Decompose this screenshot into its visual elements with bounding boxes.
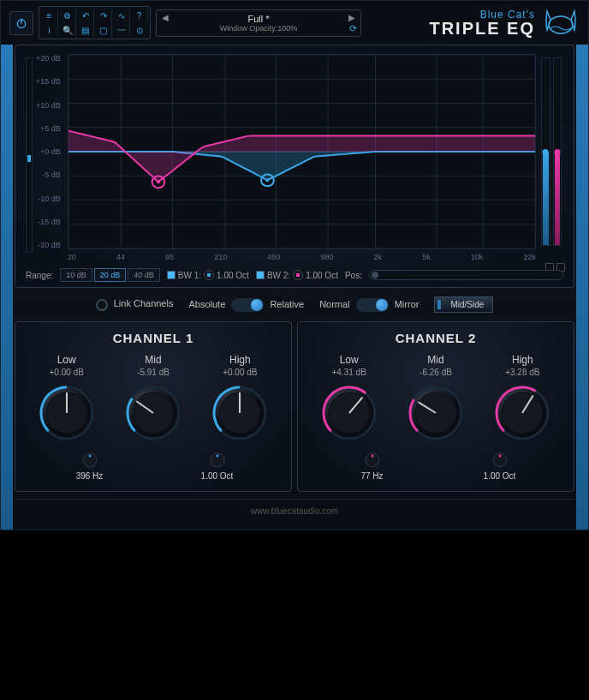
mid-side-label: Mid/Side: [450, 300, 484, 309]
input-meter: [26, 57, 33, 253]
bw1-knob[interactable]: [204, 270, 214, 280]
gain-knob[interactable]: [491, 382, 553, 444]
power-button[interactable]: [9, 11, 33, 35]
preset-next-icon[interactable]: ▶: [348, 13, 355, 22]
eq-curve-display[interactable]: [68, 54, 536, 249]
bw1-label: BW 1:: [178, 271, 201, 280]
band-label: Low: [26, 354, 107, 366]
freq-knob[interactable]: [365, 452, 380, 468]
x-axis: 2044952104509802k5k10k22k: [68, 251, 536, 263]
gain-knob[interactable]: [36, 382, 98, 444]
band-mid: Mid -6.26 dB: [395, 354, 476, 444]
svg-point-23: [265, 178, 269, 182]
absolute-label: Absolute: [188, 298, 225, 308]
cat-logo-icon: [542, 8, 580, 39]
bw2-knob[interactable]: [293, 270, 303, 280]
x-tick: 10k: [471, 253, 484, 261]
svg-point-41: [216, 455, 218, 458]
channel-2: CHANNEL 2 Low +4.31 dB Mid -6.26 dB High…: [297, 321, 574, 492]
graph-icon[interactable]: ▢: [95, 23, 112, 37]
range-button[interactable]: 20 dB: [94, 268, 127, 282]
y-tick: -20 dB: [36, 241, 61, 249]
freq-knob[interactable]: [82, 452, 98, 468]
header-bar: ≡ ⚙ ↶ ↷ ∿ ? i 🔍 ▤ ▢ 〰 ⊙ ◀ ▶ Full * Windo…: [1, 1, 588, 45]
bw1-value: 1.00 Oct: [217, 271, 249, 280]
x-tick: 95: [165, 253, 174, 261]
reflection: CHANNEL 1 Low +0.00 dB Mid -5.91 dB High…: [0, 530, 589, 700]
mirror-label: Mirror: [395, 298, 419, 308]
preset-name: Full *: [247, 14, 269, 24]
menu-icon[interactable]: ≡: [41, 9, 58, 22]
eq-graph-panel: +20 dB+15 dB+10 dB+5 dB+0 dB-5 dB-10 dB-…: [15, 45, 574, 288]
band-value: +3.28 dB: [482, 368, 563, 377]
output-meter-2: [553, 57, 562, 246]
layers-icon[interactable]: ▤: [77, 23, 94, 37]
gain-knob[interactable]: [318, 382, 380, 444]
wave-icon[interactable]: 〰: [113, 23, 130, 37]
power-icon: [15, 16, 28, 30]
output-meters: [539, 54, 563, 249]
band-label: High: [199, 354, 281, 366]
band-value: +0.00 dB: [199, 368, 281, 377]
gain-knob[interactable]: [405, 382, 467, 444]
bw2-label: BW 2:: [267, 271, 290, 280]
band-value: -5.91 dB: [112, 368, 193, 377]
x-tick: 20: [68, 253, 76, 261]
gain-knob[interactable]: [209, 382, 271, 444]
y-tick: +15 dB: [36, 77, 61, 86]
freq-value: 77 Hz: [360, 471, 383, 481]
help-icon[interactable]: ?: [131, 9, 148, 22]
gear-icon[interactable]: ⚙: [59, 9, 76, 22]
toggle-icon[interactable]: ⊙: [131, 23, 148, 37]
bw1-checkbox[interactable]: [167, 271, 176, 279]
svg-point-55: [371, 455, 373, 458]
normal-mirror-toggle[interactable]: [356, 298, 389, 312]
svg-point-39: [88, 455, 91, 458]
band-label: Low: [308, 354, 390, 366]
footer-url: www.bluecataudio.com: [15, 499, 574, 523]
band-value: +4.31 dB: [308, 368, 390, 377]
channel-title: CHANNEL 1: [26, 331, 281, 345]
channel-section: CHANNEL 1 Low +0.00 dB Mid -5.91 dB High…: [15, 321, 574, 492]
abs-rel-toggle[interactable]: [231, 298, 264, 312]
bw2-checkbox[interactable]: [256, 271, 265, 279]
band-label: High: [482, 354, 563, 366]
preset-prev-icon[interactable]: ◀: [162, 13, 169, 22]
search-icon[interactable]: 🔍: [59, 23, 76, 37]
bw-knob[interactable]: [492, 452, 508, 468]
link-channels-radio[interactable]: [96, 299, 108, 311]
svg-point-2: [549, 16, 573, 33]
output-meter-1: [541, 57, 550, 246]
x-tick: 44: [116, 253, 125, 261]
toolbar: ≡ ⚙ ↶ ↷ ∿ ? i 🔍 ▤ ▢ 〰 ⊙: [39, 6, 151, 39]
x-tick: 22k: [523, 253, 536, 261]
band-label: Mid: [395, 354, 476, 366]
normal-label: Normal: [319, 298, 349, 308]
mode-row: Link Channels Absolute Relative Normal M…: [15, 288, 574, 321]
y-tick: -10 dB: [36, 194, 61, 203]
left-rail: [1, 45, 13, 529]
band-label: Mid: [112, 354, 193, 366]
info-icon[interactable]: i: [41, 23, 58, 37]
curve-icon[interactable]: ∿: [113, 9, 130, 22]
y-tick: +10 dB: [36, 101, 61, 110]
relative-label: Relative: [270, 298, 304, 308]
svg-point-57: [498, 455, 501, 458]
gain-knob[interactable]: [122, 382, 184, 444]
range-button[interactable]: 40 dB: [128, 268, 160, 282]
band-value: +0.00 dB: [26, 368, 107, 377]
pos-label: Pos:: [345, 271, 362, 280]
range-button[interactable]: 10 dB: [60, 268, 92, 282]
preset-selector[interactable]: ◀ ▶ Full * Window Opacity:100% ⟳: [156, 9, 361, 37]
reload-icon[interactable]: ⟳: [349, 23, 357, 34]
brand-title: TRIPLE EQ: [429, 20, 535, 37]
undo-icon[interactable]: ↶: [77, 9, 94, 22]
mid-side-button[interactable]: Mid/Side: [434, 296, 493, 313]
y-tick: +5 dB: [36, 124, 61, 133]
bw-knob[interactable]: [210, 452, 225, 468]
pos-slider[interactable]: [369, 270, 563, 280]
band-high: High +0.00 dB: [199, 354, 281, 444]
right-rail: [576, 45, 588, 529]
window-opacity-label: Window Opacity:100%: [220, 24, 298, 33]
redo-icon[interactable]: ↷: [95, 9, 112, 22]
